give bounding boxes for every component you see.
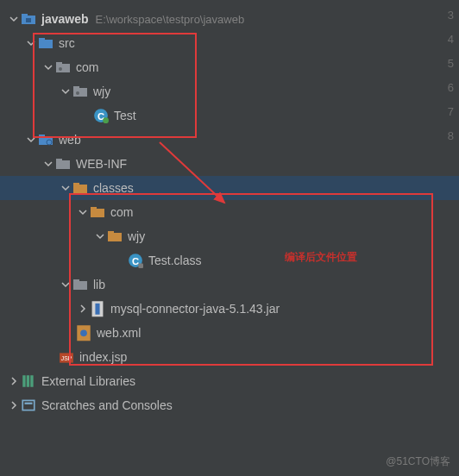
chevron-down-icon[interactable] <box>24 133 38 147</box>
node-label: External Libraries <box>41 374 135 388</box>
node-path: E:\workspace\testpro\javaweb <box>95 13 244 26</box>
svg-rect-17 <box>56 160 70 169</box>
folder-icon <box>55 157 71 171</box>
tree-node-lib[interactable]: lib <box>0 272 459 297</box>
svg-point-7 <box>59 67 62 71</box>
svg-rect-6 <box>56 62 62 65</box>
tree-node-root[interactable]: javaweb E:\workspace\testpro\javaweb <box>0 7 459 31</box>
java-class-icon: C <box>93 109 109 122</box>
svg-rect-23 <box>108 233 122 241</box>
node-label: WEB-INF <box>76 157 127 171</box>
folder-icon <box>72 278 88 291</box>
chevron-down-icon[interactable] <box>41 60 55 74</box>
svg-rect-24 <box>108 231 114 234</box>
node-label: com <box>76 60 98 74</box>
svg-rect-19 <box>73 185 87 193</box>
svg-rect-1 <box>22 14 28 16</box>
svg-rect-40 <box>25 403 33 404</box>
libraries-icon <box>21 374 36 388</box>
tree-node-test-java[interactable]: C Test <box>0 103 459 128</box>
chevron-down-icon[interactable] <box>59 278 72 291</box>
jar-file-icon <box>90 302 105 316</box>
svg-rect-27 <box>138 263 143 268</box>
chevron-down-icon[interactable] <box>76 205 90 219</box>
svg-point-13 <box>103 117 109 123</box>
tree-node-com[interactable]: com <box>0 55 459 79</box>
svg-text:C: C <box>132 256 139 266</box>
node-label: web.xml <box>97 326 141 340</box>
svg-rect-15 <box>39 135 45 137</box>
svg-rect-39 <box>22 400 35 410</box>
excluded-folder-icon <box>107 229 123 243</box>
svg-rect-31 <box>95 304 99 315</box>
tree-node-src[interactable]: src <box>0 31 459 55</box>
package-folder-icon <box>72 85 88 98</box>
chevron-down-icon[interactable] <box>7 12 21 26</box>
svg-point-33 <box>80 329 87 336</box>
svg-rect-36 <box>22 375 25 387</box>
node-label: src <box>59 36 75 50</box>
svg-rect-38 <box>30 375 33 387</box>
tree-node-classes[interactable]: classes <box>0 176 459 200</box>
svg-rect-28 <box>73 281 87 290</box>
tree-node-external-libraries[interactable]: External Libraries <box>0 369 459 393</box>
chevron-right-icon[interactable] <box>7 374 21 388</box>
node-label: javaweb <box>41 12 88 26</box>
tree-node-mysql-jar[interactable]: mysql-connector-java-5.1.43.jar <box>0 297 459 321</box>
class-file-icon: C <box>128 254 143 267</box>
chevron-down-icon[interactable] <box>59 85 72 98</box>
chevron-right-icon[interactable] <box>76 302 90 316</box>
package-folder-icon <box>55 60 71 74</box>
module-folder-icon <box>21 12 36 26</box>
svg-rect-9 <box>73 86 79 89</box>
tree-node-test-class[interactable]: C Test.class <box>0 248 459 272</box>
node-label: Test.class <box>148 254 201 267</box>
svg-rect-37 <box>27 375 29 387</box>
svg-rect-5 <box>56 64 70 72</box>
tree-node-web[interactable]: web <box>0 128 459 152</box>
tree-node-com-out[interactable]: com <box>0 200 459 224</box>
node-label: web <box>59 133 81 147</box>
svg-rect-8 <box>73 88 87 97</box>
svg-rect-18 <box>56 159 62 161</box>
chevron-right-icon[interactable] <box>7 398 21 412</box>
svg-text:JSP: JSP <box>61 356 72 362</box>
node-label: classes <box>93 181 134 195</box>
svg-rect-21 <box>91 209 104 217</box>
tree-node-scratches[interactable]: Scratches and Consoles <box>0 393 459 417</box>
node-label: com <box>110 205 133 219</box>
svg-rect-22 <box>91 207 97 210</box>
annotation-text: 编译后文件位置 <box>285 250 357 265</box>
project-tree[interactable]: javaweb E:\workspace\testpro\javaweb src… <box>0 0 459 424</box>
svg-rect-20 <box>73 183 79 185</box>
svg-point-10 <box>76 91 79 95</box>
xml-file-icon <box>76 326 91 340</box>
svg-rect-3 <box>39 40 53 48</box>
node-label: Scratches and Consoles <box>41 398 173 412</box>
jsp-file-icon: JSP <box>59 350 74 364</box>
node-label: wjy <box>93 85 110 98</box>
tree-node-webxml[interactable]: web.xml <box>0 321 459 345</box>
excluded-folder-icon <box>72 181 88 195</box>
source-folder-icon <box>38 36 53 50</box>
node-label: index.jsp <box>79 350 127 364</box>
web-folder-icon <box>38 133 53 147</box>
node-label: lib <box>93 278 105 291</box>
node-label: wjy <box>128 229 145 243</box>
chevron-down-icon[interactable] <box>93 229 107 243</box>
chevron-down-icon[interactable] <box>24 36 38 50</box>
svg-rect-4 <box>39 38 45 41</box>
watermark: @51CTO博客 <box>386 454 450 469</box>
node-label: mysql-connector-java-5.1.43.jar <box>110 302 280 316</box>
svg-rect-2 <box>26 18 31 22</box>
tree-node-wjy[interactable]: wjy <box>0 79 459 103</box>
scratches-icon <box>21 398 36 412</box>
chevron-down-icon[interactable] <box>41 157 55 171</box>
node-label: Test <box>114 109 136 122</box>
svg-rect-29 <box>73 279 79 282</box>
excluded-folder-icon <box>90 205 105 219</box>
tree-node-indexjsp[interactable]: JSP index.jsp <box>0 345 459 369</box>
tree-node-webinf[interactable]: WEB-INF <box>0 152 459 176</box>
tree-node-wjy-out[interactable]: wjy <box>0 224 459 248</box>
chevron-down-icon[interactable] <box>59 181 72 195</box>
